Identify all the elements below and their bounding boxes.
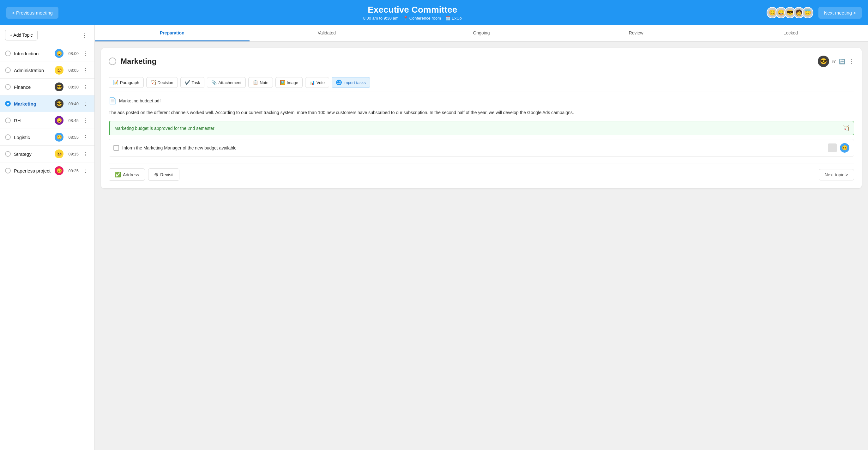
topic-time-paperless: 09:25 <box>67 169 79 173</box>
attendee-avatars: 😊 😄 😎 🧑 😇 <box>767 7 813 18</box>
image-icon: 🖼️ <box>280 80 285 85</box>
topic-card-actions: 😎 5' 🔄 ⋮ <box>818 56 854 67</box>
topic-avatar-paperless: 😊 <box>55 166 63 175</box>
note-button[interactable]: 📋 Note <box>248 77 273 88</box>
sidebar-menu-button[interactable]: ⋮ <box>80 30 89 40</box>
topic-time-strategy: 09:15 <box>67 152 79 156</box>
task-text: Inform the Marketing Manager of the new … <box>122 145 825 150</box>
sidebar-item-rh[interactable]: RH 😊 08:45 ⋮ <box>0 112 94 129</box>
company-icon: 🗓️ <box>445 16 451 21</box>
topic-name-finance: Finance <box>14 84 52 90</box>
tabs-bar: Preparation Validated Ongoing Review Loc… <box>95 25 868 42</box>
address-icon: ✅ <box>115 172 121 178</box>
topic-avatar-strategy: 😄 <box>55 149 63 158</box>
topic-more-marketing[interactable]: ⋮ <box>82 100 89 108</box>
topic-name-paperless: Paperless project <box>14 168 52 174</box>
topic-name-logistic: Logistic <box>14 134 52 140</box>
pdf-filename[interactable]: Marketing budget.pdf <box>119 98 161 103</box>
vote-button[interactable]: 📊 Vote <box>305 77 329 88</box>
paragraph-button[interactable]: 📝 Paragraph <box>108 77 144 88</box>
revisit-icon: ⊕ <box>154 172 158 178</box>
sidebar-item-strategy[interactable]: Strategy 😄 09:15 ⋮ <box>0 146 94 162</box>
main-layout: + Add Topic ⋮ Introduction 😊 08:00 ⋮ Adm… <box>0 25 868 450</box>
task-assignee-avatar: 😊 <box>840 143 849 153</box>
sidebar: + Add Topic ⋮ Introduction 😊 08:00 ⋮ Adm… <box>0 25 95 450</box>
refresh-timer-button[interactable]: 🔄 <box>839 58 845 64</box>
meeting-company: 🗓️ ExCo <box>445 16 462 21</box>
import-badge: 13 <box>336 80 342 85</box>
import-tasks-button[interactable]: 13 Import tasks <box>332 77 370 88</box>
topic-more-paperless[interactable]: ⋮ <box>82 167 89 175</box>
location-icon: 📍 <box>403 16 408 21</box>
task-row: Inform the Marketing Manager of the new … <box>108 139 854 157</box>
topic-body-text: The ads posted on the different channels… <box>108 109 854 116</box>
meeting-time: 8:00 am to 9:30 am <box>363 16 399 21</box>
meeting-title: Executive Committee <box>58 5 767 15</box>
decision-arrow-icon: 🏹 <box>843 125 849 131</box>
topic-more-administration[interactable]: ⋮ <box>82 67 89 74</box>
address-button[interactable]: ✅ Address <box>108 169 145 181</box>
next-meeting-button[interactable]: Next meeting > <box>818 7 862 19</box>
decision-text: Marketing budget is approved for the 2nd… <box>114 126 840 131</box>
topic-time-introduction: 08:00 <box>67 51 79 56</box>
meeting-location: 📍 Conference room <box>403 16 441 21</box>
topic-time-finance: 08:30 <box>67 85 79 89</box>
pdf-attachment: 📄 Marketing budget.pdf <box>108 97 854 104</box>
decision-row: Marketing budget is approved for the 2nd… <box>108 121 854 135</box>
topic-avatar-introduction: 😊 <box>55 49 63 58</box>
sidebar-item-administration[interactable]: Administration 😄 08:05 ⋮ <box>0 62 94 79</box>
tab-validated[interactable]: Validated <box>250 25 404 41</box>
topic-card: Marketing 😎 5' 🔄 ⋮ 📝 Paragraph <box>101 48 862 188</box>
sidebar-item-paperless[interactable]: Paperless project 😊 09:25 ⋮ <box>0 162 94 179</box>
topic-card-header: Marketing 😎 5' 🔄 ⋮ <box>108 56 854 67</box>
decision-button[interactable]: 🏹 Decision <box>146 77 178 88</box>
topic-card-avatar: 😎 <box>818 56 829 67</box>
task-button[interactable]: ✔️ Task <box>180 77 205 88</box>
topic-radio-finance <box>5 84 11 90</box>
topic-radio-introduction <box>5 51 11 56</box>
image-button[interactable]: 🖼️ Image <box>275 77 303 88</box>
header-title-block: Executive Committee 8:00 am to 9:30 am 📍… <box>58 5 767 21</box>
action-buttons-bar: 📝 Paragraph 🏹 Decision ✔️ Task 📎 Attache… <box>108 73 854 92</box>
topic-radio-paperless <box>5 168 11 174</box>
tab-review[interactable]: Review <box>559 25 714 41</box>
avatar: 😇 <box>802 7 813 18</box>
topic-name-administration: Administration <box>14 68 52 73</box>
topic-time-administration: 08:05 <box>67 68 79 73</box>
topic-radio-administration <box>5 67 11 73</box>
topic-more-strategy[interactable]: ⋮ <box>82 150 89 158</box>
note-icon: 📋 <box>253 80 258 85</box>
topic-radio-marketing <box>5 101 11 107</box>
topic-time-marketing: 08:40 <box>67 101 79 106</box>
task-icon: ✔️ <box>185 80 190 85</box>
tab-preparation[interactable]: Preparation <box>95 25 250 41</box>
next-topic-button[interactable]: Next topic > <box>819 169 854 180</box>
add-topic-button[interactable]: + Add Topic <box>5 30 38 40</box>
tab-locked[interactable]: Locked <box>713 25 868 41</box>
sidebar-item-marketing[interactable]: Marketing 😎 08:40 ⋮ <box>0 95 94 112</box>
topic-card-radio <box>108 58 116 65</box>
sidebar-item-finance[interactable]: Finance 😎 08:30 ⋮ <box>0 79 94 95</box>
content-area: Preparation Validated Ongoing Review Loc… <box>95 25 868 450</box>
topic-content-area: Marketing 😎 5' 🔄 ⋮ 📝 Paragraph <box>95 42 868 450</box>
sidebar-item-logistic[interactable]: Logistic 😊 08:55 ⋮ <box>0 129 94 146</box>
tab-ongoing[interactable]: Ongoing <box>404 25 559 41</box>
prev-meeting-button[interactable]: < Previous meeting <box>6 7 58 19</box>
task-assign-button[interactable] <box>828 144 837 152</box>
topic-card-menu-button[interactable]: ⋮ <box>848 58 854 65</box>
attachment-button[interactable]: 📎 Attachement <box>207 77 246 88</box>
topic-more-introduction[interactable]: ⋮ <box>82 50 89 57</box>
topic-name-marketing: Marketing <box>14 101 52 107</box>
task-checkbox[interactable] <box>114 145 119 151</box>
topic-radio-rh <box>5 118 11 123</box>
topic-avatar-marketing: 😎 <box>55 99 63 108</box>
revisit-button[interactable]: ⊕ Revisit <box>148 169 179 181</box>
topic-more-rh[interactable]: ⋮ <box>82 117 89 124</box>
topic-name-introduction: Introduction <box>14 51 52 56</box>
pdf-icon: 📄 <box>108 97 117 104</box>
sidebar-item-introduction[interactable]: Introduction 😊 08:00 ⋮ <box>0 45 94 62</box>
topic-more-logistic[interactable]: ⋮ <box>82 134 89 141</box>
topic-radio-strategy <box>5 151 11 157</box>
vote-icon: 📊 <box>310 80 315 85</box>
topic-more-finance[interactable]: ⋮ <box>82 84 89 91</box>
